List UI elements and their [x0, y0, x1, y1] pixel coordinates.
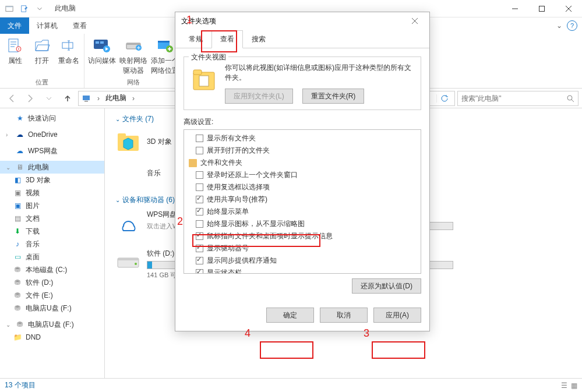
add-location-icon — [156, 36, 174, 55]
advanced-setting-row[interactable]: 显示驱动器号 — [184, 242, 421, 255]
help-icon[interactable]: ? — [567, 20, 577, 31]
sidebar-item[interactable]: ⛃本地磁盘 (C:) — [0, 263, 104, 276]
checkbox[interactable] — [196, 232, 203, 240]
setting-label: 显示所有文件夹 — [207, 133, 256, 143]
apply-to-folders-button[interactable]: 应用到文件夹(L) — [225, 89, 293, 104]
view-icons-icon[interactable]: ▦ — [571, 382, 577, 390]
sidebar-item[interactable]: ▭桌面 — [0, 250, 104, 263]
svg-point-19 — [567, 96, 572, 100]
svg-rect-15 — [158, 41, 170, 43]
nav-back-button[interactable] — [3, 90, 20, 107]
svg-rect-30 — [118, 258, 139, 260]
tab-view[interactable]: 查看 — [65, 17, 94, 34]
restore-defaults-button[interactable]: 还原为默认值(D) — [352, 278, 421, 294]
checkbox[interactable] — [196, 135, 203, 142]
cube-icon — [115, 129, 141, 154]
search-icon[interactable] — [566, 94, 574, 103]
ribbon-open[interactable]: 打开 — [30, 36, 54, 66]
sidebar-item[interactable]: ⛃文件 (E:) — [0, 289, 104, 302]
checkbox[interactable] — [196, 269, 203, 274]
advanced-setting-row[interactable]: 始终显示图标，从不显示缩略图 — [184, 218, 421, 230]
advanced-setting-row[interactable]: 使用共享向导(推荐) — [184, 193, 421, 206]
setting-label: 文件和文件夹 — [200, 158, 242, 168]
ok-button[interactable]: 确定 — [266, 308, 314, 323]
sidebar-item[interactable]: ⛃软件 (D:) — [0, 276, 104, 289]
nav-recent-button[interactable] — [41, 90, 57, 107]
reset-folders-button[interactable]: 重置文件夹(R) — [302, 89, 365, 104]
advanced-setting-row[interactable]: 鼠标指向文件夹和桌面项时显示提示信息 — [184, 230, 421, 242]
tab-view[interactable]: 查看 — [211, 30, 243, 48]
dialog-title-bar: 文件夹选项 — [175, 12, 429, 30]
sidebar-onedrive[interactable]: ›☁OneDrive — [0, 128, 104, 141]
breadcrumb-caret-icon[interactable]: › — [95, 94, 102, 103]
explorer-icon — [2, 2, 16, 15]
checkbox[interactable] — [196, 208, 203, 216]
folder-icon — [190, 63, 218, 96]
svg-rect-6 — [62, 43, 73, 48]
checkbox[interactable] — [196, 171, 203, 179]
sidebar-item[interactable]: ▣图片 — [0, 199, 104, 212]
sidebar-this-pc[interactable]: ⌄🖥此电脑 — [0, 161, 104, 174]
search-input[interactable] — [461, 94, 563, 103]
groupbox-legend: 文件夹视图 — [189, 52, 228, 62]
minimize-button[interactable] — [502, 0, 528, 17]
ribbon-access-media[interactable]: 访问媒体 — [88, 36, 116, 66]
dialog-close-button[interactable] — [406, 12, 424, 30]
sidebar-item[interactable]: ▤文档 — [0, 212, 104, 225]
map-drive-icon — [124, 36, 143, 55]
sidebar-quick-access[interactable]: ★快速访问 — [0, 112, 104, 125]
advanced-setting-row[interactable]: 登录时还原上一个文件夹窗口 — [184, 169, 421, 181]
sidebar-usb-root[interactable]: ⌄⛃电脑店U盘 (F:) — [0, 318, 104, 331]
tab-file[interactable]: 文件 — [0, 17, 29, 34]
tab-general[interactable]: 常规 — [180, 30, 211, 48]
sidebar-item[interactable]: ◧3D 对象 — [0, 174, 104, 186]
advanced-setting-row[interactable]: 显示状态栏 — [184, 267, 421, 274]
pc-icon — [81, 93, 91, 104]
ribbon-group-label: 网络 — [88, 77, 179, 87]
advanced-setting-row[interactable]: 显示同步提供程序通知 — [184, 255, 421, 267]
checkbox[interactable] — [196, 257, 203, 264]
advanced-setting-row[interactable]: 显示所有文件夹 — [184, 132, 421, 144]
ribbon-properties[interactable]: 属性 — [3, 36, 27, 66]
sidebar-wps[interactable]: ☁WPS网盘 — [0, 144, 104, 157]
close-button[interactable] — [555, 0, 582, 17]
svg-point-31 — [135, 263, 137, 265]
checkbox[interactable] — [196, 220, 203, 228]
ribbon-rename[interactable]: 重命名 — [57, 36, 80, 66]
sidebar-item[interactable]: ♪音乐 — [0, 238, 104, 250]
tab-search[interactable]: 搜索 — [243, 30, 274, 48]
nav-forward-button[interactable] — [22, 90, 38, 107]
advanced-setting-row[interactable]: 展开到打开的文件夹 — [184, 144, 421, 157]
cube-icon: ◧ — [13, 175, 22, 185]
nav-up-button[interactable] — [59, 90, 76, 107]
drive-icon — [115, 249, 141, 274]
cancel-button[interactable]: 取消 — [320, 308, 368, 323]
sidebar-item[interactable]: 📁DND — [0, 331, 104, 344]
advanced-settings-list[interactable]: 显示所有文件夹展开到打开的文件夹文件和文件夹登录时还原上一个文件夹窗口使用复选框… — [184, 129, 421, 274]
qat-dropdown-icon[interactable] — [33, 2, 47, 15]
breadcrumb-location[interactable]: 此电脑 — [105, 93, 126, 103]
checkbox[interactable] — [196, 183, 203, 191]
sidebar-item[interactable]: ⬇下载 — [0, 225, 104, 238]
ribbon-minimize-icon[interactable]: ⌄ — [556, 22, 562, 30]
pictures-icon: ▣ — [13, 201, 22, 210]
folder-view-group: 文件夹视图 你可以将此视图(如详细信息或图标)应用于这种类型的所有文件夹。 应用… — [184, 56, 421, 110]
refresh-icon[interactable] — [436, 94, 452, 103]
ribbon-map-drive[interactable]: 映射网络 驱动器 — [119, 36, 147, 76]
view-details-icon[interactable]: ☰ — [561, 382, 567, 390]
qat-properties-icon[interactable] — [17, 2, 31, 15]
checkbox[interactable] — [196, 147, 203, 154]
sidebar-item[interactable]: ▣视频 — [0, 186, 104, 199]
advanced-setting-row[interactable]: 文件和文件夹 — [184, 157, 421, 169]
checkbox[interactable] — [196, 196, 203, 203]
breadcrumb-caret-icon[interactable]: › — [130, 94, 137, 103]
advanced-setting-row[interactable]: 使用复选框以选择项 — [184, 181, 421, 193]
apply-button[interactable]: 应用(A) — [373, 308, 421, 323]
advanced-setting-row[interactable]: 始终显示菜单 — [184, 206, 421, 218]
maximize-button[interactable] — [528, 0, 555, 17]
dialog-title: 文件夹选项 — [181, 16, 216, 26]
tab-computer[interactable]: 计算机 — [29, 17, 65, 34]
checkbox[interactable] — [196, 245, 203, 252]
search-box[interactable] — [457, 91, 579, 106]
sidebar-item[interactable]: ⛃电脑店U盘 (F:) — [0, 302, 104, 315]
